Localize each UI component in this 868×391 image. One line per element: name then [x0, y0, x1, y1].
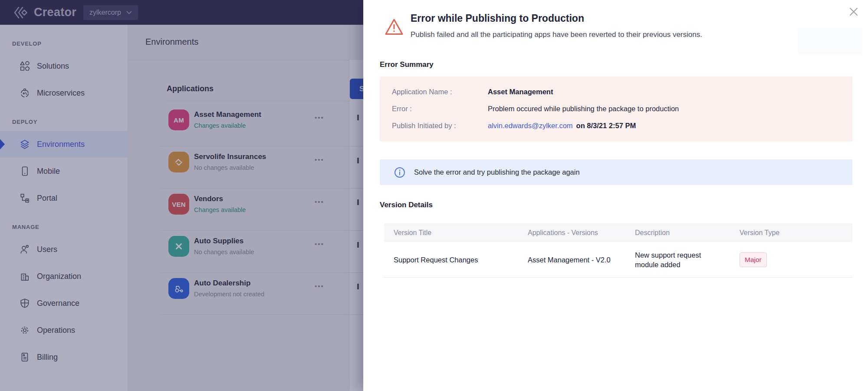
modal-subtitle: Publish failed and all the participating… [411, 30, 702, 39]
application-name-value: Asset Management [488, 86, 553, 97]
version-details-table: Version Title Applications - Versions De… [384, 223, 852, 278]
error-summary-row: Application Name : Asset Management [392, 86, 852, 97]
field-label: Application Name : [392, 86, 488, 97]
error-modal: Error while Publishing to Production Pub… [363, 0, 868, 391]
modal-dim-overlay [0, 0, 363, 391]
info-icon [394, 167, 405, 178]
field-label: Error : [392, 103, 488, 114]
table-row: Support Request Changes Asset Management… [384, 242, 852, 278]
version-type-badge: Major [740, 252, 767, 267]
error-message-value: Problem occured while publishing the pac… [488, 103, 679, 114]
faded-button-placeholder [798, 28, 863, 55]
close-icon [848, 7, 859, 17]
field-label: Publish Initiated by : [392, 120, 488, 131]
error-summary-row: Error : Problem occured while publishing… [392, 103, 852, 114]
error-summary-row: Publish Initiated by : alvin.edwards@zyl… [392, 120, 852, 131]
app-screen: Creator zylkercorp DEVELOP Solutions Mic… [0, 0, 868, 391]
column-header: Description [625, 229, 730, 237]
initiator-email-link[interactable]: alvin.edwards@zylker.com [488, 120, 573, 131]
modal-title: Error while Publishing to Production [411, 13, 584, 24]
warning-triangle-icon [384, 17, 404, 37]
error-summary-heading: Error Summary [380, 60, 434, 69]
applications-versions-cell: Asset Management - V2.0 [518, 251, 625, 269]
version-title-cell: Support Request Changes [384, 251, 518, 269]
info-banner: Solve the error and try publishing the p… [380, 159, 852, 185]
info-banner-text: Solve the error and try publishing the p… [414, 168, 580, 176]
close-button[interactable] [847, 5, 860, 18]
description-cell: New support request module added [625, 246, 730, 274]
error-summary-box: Application Name : Asset Management Erro… [380, 76, 852, 142]
version-type-cell: Major [730, 248, 852, 272]
column-header: Version Title [384, 229, 518, 237]
publish-timestamp: on 8/3/21 2:57 PM [576, 120, 636, 131]
table-header-row: Version Title Applications - Versions De… [384, 223, 852, 242]
column-header: Applications - Versions [518, 229, 625, 237]
version-details-heading: Version Details [380, 201, 433, 209]
column-header: Version Type [730, 229, 852, 237]
